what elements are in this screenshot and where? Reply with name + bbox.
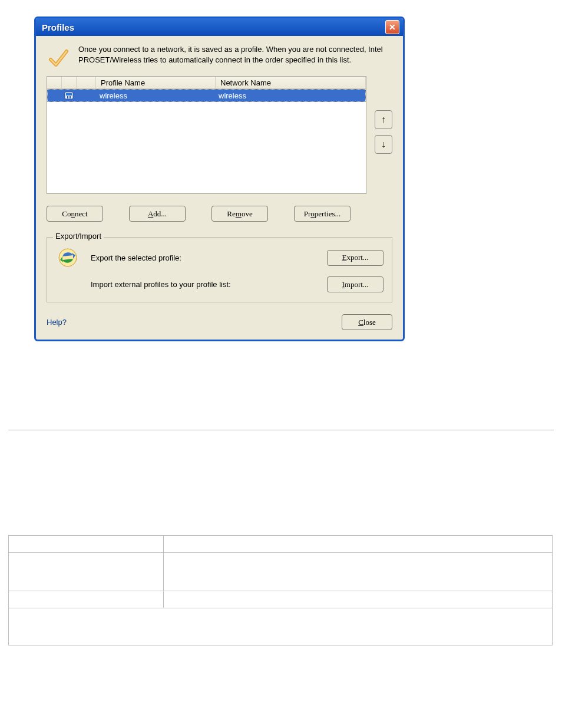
profile-row-selected[interactable]: wireless wireless: [47, 89, 366, 102]
cell-3-1: [9, 591, 164, 608]
row-icon-col-1: [48, 90, 62, 101]
properties-button[interactable]: Properties...: [294, 206, 351, 222]
remove-button[interactable]: Remove: [211, 206, 268, 222]
import-button[interactable]: Import...: [327, 276, 384, 292]
row-icon-col-3: [76, 90, 95, 101]
add-button[interactable]: Add...: [129, 206, 186, 222]
dialog-body: Once you connect to a network, it is sav…: [36, 36, 403, 340]
cell-1-1: [9, 536, 164, 553]
group-legend: Export/Import: [53, 232, 104, 241]
import-label: Import external profiles to your profile…: [91, 280, 316, 289]
cell-1-2: [164, 536, 553, 553]
help-link[interactable]: Help?: [47, 318, 67, 327]
row-icon-col-2: [62, 90, 76, 101]
arrow-up-icon: ↑: [381, 114, 386, 125]
arrow-down-icon: ↓: [381, 139, 386, 150]
profiles-dialog: Profiles ✕ Once you connect to a network…: [34, 17, 405, 341]
window-title: Profiles: [42, 22, 74, 32]
move-up-button[interactable]: ↑: [375, 110, 392, 129]
reorder-controls: ↑ ↓: [375, 76, 392, 194]
profile-icon: [64, 91, 74, 100]
svg-rect-1: [66, 93, 72, 95]
cell-4: [9, 608, 553, 645]
row-network-name: wireless: [214, 90, 365, 101]
sync-icon: [55, 247, 80, 268]
svg-rect-2: [67, 96, 68, 98]
intro-text: Once you connect to a network, it is sav…: [78, 44, 392, 69]
titlebar[interactable]: Profiles ✕: [36, 18, 403, 36]
svg-rect-3: [70, 96, 71, 98]
close-icon[interactable]: ✕: [385, 20, 399, 34]
doc-table: [8, 535, 553, 645]
header-icon-col-2[interactable]: [62, 77, 77, 88]
profiles-list[interactable]: Profile Name Network Name: [47, 76, 366, 194]
header-network-name[interactable]: Network Name: [216, 77, 366, 88]
close-button[interactable]: Close: [342, 314, 392, 330]
cell-3-2: [164, 591, 553, 608]
header-profile-name[interactable]: Profile Name: [96, 77, 216, 88]
export-label: Export the selected profile:: [91, 253, 316, 262]
row-profile-name: wireless: [95, 90, 214, 101]
svg-point-4: [59, 249, 77, 266]
cell-2-2: [164, 553, 553, 591]
export-import-group: Export/Import Export the selected profil…: [47, 237, 392, 302]
list-header: Profile Name Network Name: [47, 77, 366, 89]
cell-2-1: [9, 553, 164, 591]
header-icon-col-1[interactable]: [47, 77, 62, 88]
check-icon: [47, 44, 70, 69]
header-icon-col-3[interactable]: [77, 77, 96, 88]
horizontal-rule: [8, 430, 554, 430]
connect-button[interactable]: Connect: [47, 206, 103, 222]
move-down-button[interactable]: ↓: [375, 135, 392, 154]
export-button[interactable]: Export...: [327, 250, 384, 266]
